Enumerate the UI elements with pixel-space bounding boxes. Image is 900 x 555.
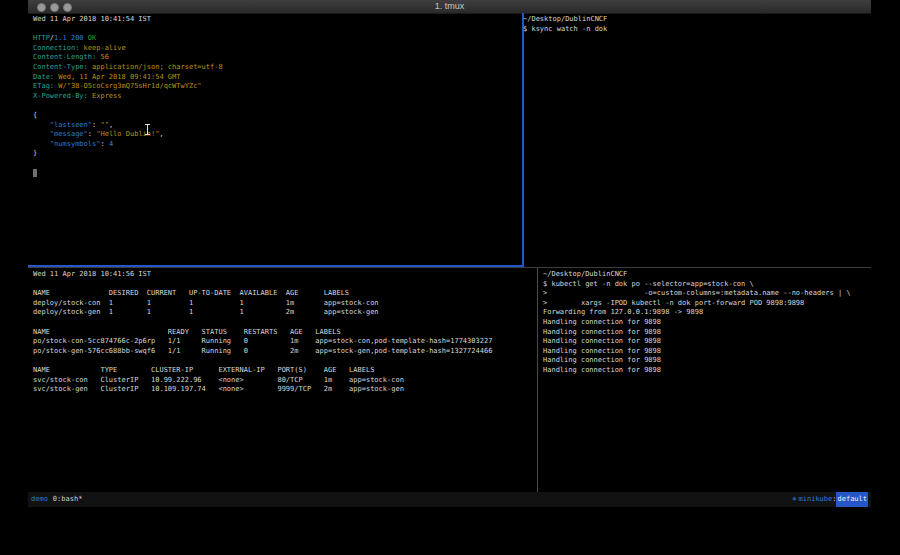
pane-ksync-watch[interactable]: ~/Desktop/DublinCNCF$ ksync watch -n dok	[519, 13, 871, 265]
terminal-line: }	[33, 149, 522, 159]
terminal-line: "lastseen": "",	[33, 121, 522, 131]
terminal-line: NAME DESIRED CURRENT UP-TO-DATE AVAILABL…	[33, 289, 542, 299]
window-titlebar: 1. tmux	[28, 0, 871, 14]
terminal-line	[33, 356, 542, 366]
terminal-line: {	[33, 111, 522, 121]
terminal-line: > xargs -IPOD kubectl -n dok port-forwar…	[543, 299, 871, 309]
terminal-line: $ ksync watch -n dok	[523, 25, 871, 35]
terminal-line: ~/Desktop/DublinCNCF	[523, 15, 871, 25]
terminal-line: HTTP/1.1 200 OK	[33, 34, 522, 44]
terminal-line	[33, 280, 542, 290]
pane-kubectl-get[interactable]: Wed 11 Apr 2018 10:41:56 ISTNAME DESIRED…	[28, 268, 542, 494]
terminal-line: Connection: keep-alive	[33, 44, 522, 54]
tmux-status-bar: demo 0:bash* ⎈ minikube : default	[28, 492, 871, 507]
terminal-line: X-Powered-By: Express	[33, 92, 522, 102]
window-tab-bash[interactable]: 0:bash*	[53, 492, 83, 507]
kube-namespace-badge: default	[836, 492, 868, 507]
terminal-line: NAME READY STATUS RESTARTS AGE LABELS	[33, 328, 542, 338]
pane-http-response[interactable]: Wed 11 Apr 2018 10:41:54 ISTHTTP/1.1 200…	[28, 13, 524, 267]
terminal-line	[33, 101, 522, 111]
status-right: ⎈ minikube : default	[792, 492, 871, 507]
kubernetes-helm-icon: ⎈	[792, 492, 796, 507]
terminal-line: ~/Desktop/DublinCNCF	[543, 270, 871, 280]
terminal-line	[33, 25, 522, 35]
terminal-line: $ kubectl get -n dok po --selector=app=s…	[543, 280, 871, 290]
terminal-line: po/stock-gen-576cc688bb-swqf6 1/1 Runnin…	[33, 347, 542, 357]
terminal-line	[33, 159, 522, 169]
terminal-line: Handling connection for 9898	[543, 337, 871, 347]
mouse-cursor-ibeam	[145, 124, 150, 135]
session-name: demo	[31, 492, 48, 507]
terminal-line: Handling connection for 9898	[543, 328, 871, 338]
status-left: demo 0:bash*	[28, 492, 82, 507]
terminal-line: Handling connection for 9898	[543, 356, 871, 366]
terminal-line: Handling connection for 9898	[543, 318, 871, 328]
terminal-line: deploy/stock-con 1 1 1 1 1m app=stock-co…	[33, 299, 542, 309]
terminal-line: Date: Wed, 11 Apr 2018 09:41:54 GMT	[33, 73, 522, 83]
terminal-line: Wed 11 Apr 2018 10:41:54 IST	[33, 15, 522, 25]
terminal-line: NAME TYPE CLUSTER-IP EXTERNAL-IP PORT(S)…	[33, 366, 542, 376]
terminal-line: svc/stock-con ClusterIP 10.99.222.96 <no…	[33, 376, 542, 386]
terminal-line: "message": "Hello Dublin!",	[33, 130, 522, 140]
terminal-line: Wed 11 Apr 2018 10:41:56 IST	[33, 270, 542, 280]
window-title: 1. tmux	[28, 0, 871, 13]
terminal-line	[33, 318, 542, 328]
terminal-line: "numsymbols": 4	[33, 140, 522, 150]
terminal-window: 1. tmux Wed 11 Apr 2018 10:41:54 ISTHTTP…	[28, 0, 871, 507]
terminal-line: ETag: W/"38-O5coCsrg3mQ75sHr1d/qcWTwYZc"	[33, 82, 522, 92]
terminal-line: svc/stock-gen ClusterIP 10.109.197.74 <n…	[33, 385, 542, 395]
terminal-line: deploy/stock-gen 1 1 1 1 2m app=stock-ge…	[33, 308, 542, 318]
pane-port-forward[interactable]: ~/Desktop/DublinCNCF$ kubectl get -n dok…	[538, 268, 871, 494]
terminal-line: > -o=custom-columns=:metadata.name --no-…	[543, 289, 871, 299]
terminal-line: Forwarding from 127.0.0.1:9898 -> 9898	[543, 308, 871, 318]
terminal-line	[33, 169, 522, 179]
terminal-line: Content-Type: application/json; charset=…	[33, 63, 522, 73]
terminal-line: Handling connection for 9898	[543, 366, 871, 376]
terminal-line: Content-Length: 56	[33, 53, 522, 63]
terminal-line: po/stock-con-5cc874766c-2p6rp 1/1 Runnin…	[33, 337, 542, 347]
terminal-line: Handling connection for 9898	[543, 347, 871, 357]
kube-context: minikube	[799, 492, 833, 507]
